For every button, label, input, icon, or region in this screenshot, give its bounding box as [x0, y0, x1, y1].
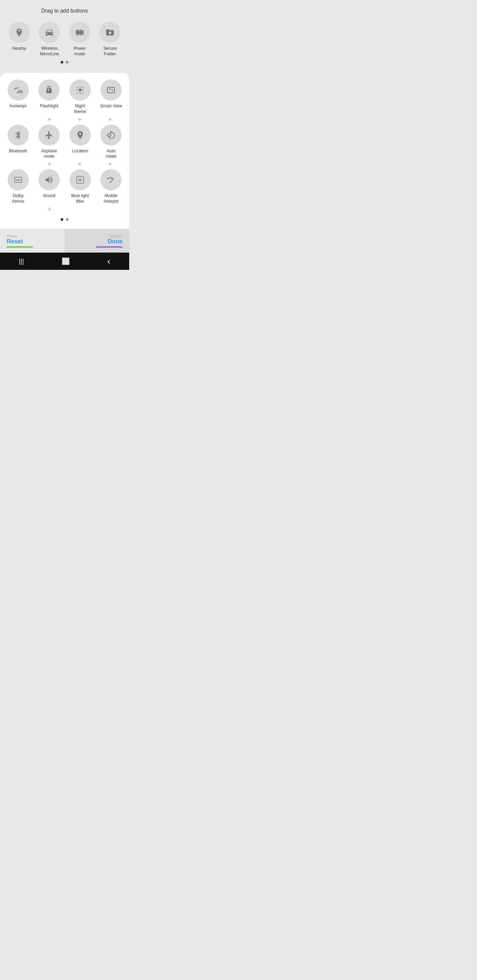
drag-header: Drag to add buttons: [0, 0, 129, 19]
dot-1: [61, 61, 63, 64]
bottom-dot-1: [61, 218, 63, 221]
smart-view-label: Smart View: [100, 103, 122, 109]
bottom-left: Phone Reset: [0, 229, 65, 253]
spacer-3: [9, 205, 30, 213]
mobile-hotspot-label: MobileHotspot: [104, 193, 119, 204]
right-app-label: Camera: [110, 234, 123, 238]
mirrorlink-label: WirelessMirrorLink: [40, 46, 59, 57]
svg-text:B: B: [79, 177, 81, 182]
bottom-section: homesys Flashlight Nighttheme: [0, 73, 129, 229]
plus-row-1: + + +: [4, 115, 125, 124]
btn-dolby[interactable]: DD DolbyAtmos: [8, 169, 29, 204]
car-icon: [45, 28, 54, 37]
bottom-page-dots: [4, 214, 125, 223]
bluetooth-icon-circle: [8, 124, 29, 146]
flashlight-icon: [45, 86, 54, 95]
btn-power-mode[interactable]: Powermode: [69, 22, 91, 57]
bottom-bar: Phone Reset Camera Done: [0, 229, 129, 253]
hotspot-icon: [106, 175, 116, 185]
top-page-dots: [5, 57, 124, 66]
top-section: Nearby WirelessMirrorLink Powermode: [0, 19, 129, 73]
plus-1c[interactable]: +: [99, 116, 121, 123]
plus-row-2: + + +: [4, 159, 125, 169]
airplane-icon-circle: [38, 124, 60, 146]
night-icon-circle: [70, 80, 91, 101]
btn-blue-light[interactable]: B Blue lightfilter: [70, 169, 91, 204]
btn-night-theme[interactable]: Nighttheme: [70, 80, 91, 115]
airplane-mode-label: Airplanemode: [41, 148, 57, 159]
sound-label: Sound: [43, 193, 55, 199]
plus-2b[interactable]: +: [69, 161, 91, 168]
location-icon: [75, 130, 85, 140]
hotspot-icon-circle: [101, 169, 121, 190]
spacer-2: [9, 161, 30, 168]
battery-icon: [75, 28, 85, 37]
nearby-icon-circle: [9, 22, 30, 43]
rotate-icon: [106, 130, 116, 140]
row2-grid: Bluetooth Airplanemode Location: [4, 124, 125, 159]
nearby-icon: [14, 28, 24, 37]
bottom-right: Camera Done: [65, 229, 129, 253]
plus-row-3: +: [4, 204, 125, 214]
power-icon-circle: [69, 22, 91, 43]
btn-sound[interactable]: Sound: [38, 169, 60, 204]
dolby-icon-circle: DD: [8, 169, 29, 190]
plus-2c[interactable]: +: [99, 161, 121, 168]
btn-smart-view[interactable]: Smart View: [100, 80, 122, 115]
dolby-icon: DD: [14, 175, 23, 185]
svg-point-1: [20, 92, 22, 94]
btn-homesys[interactable]: homesys: [8, 80, 29, 115]
plus-1b[interactable]: +: [69, 116, 91, 123]
camera-indicator: [96, 246, 123, 248]
btn-nearby[interactable]: Nearby: [9, 22, 30, 57]
secure-icon-circle: [99, 22, 121, 43]
mirrorlink-icon-circle: [39, 22, 60, 43]
secure-folder-label: SecureFolder: [103, 46, 117, 57]
svg-point-2: [78, 88, 81, 91]
row3-grid: DD DolbyAtmos Sound B Blue lightfilter: [4, 169, 125, 204]
wifi-home-icon: [14, 86, 23, 95]
blue-light-label: Blue lightfilter: [71, 193, 89, 204]
btn-flashlight[interactable]: Flashlight: [38, 80, 60, 115]
spacer-3b: [69, 205, 91, 213]
homesys-icon-circle: [8, 80, 29, 101]
btn-bluetooth[interactable]: Bluetooth: [8, 124, 29, 159]
location-label: Location: [72, 148, 88, 154]
folder-lock-icon: [105, 28, 115, 37]
bluetooth-icon: [14, 130, 23, 140]
sound-icon-circle: [38, 169, 60, 190]
btn-secure-folder[interactable]: SecureFolder: [99, 22, 121, 57]
home-icon[interactable]: ⬜: [62, 257, 70, 265]
auto-rotate-label: Autorotate: [106, 148, 116, 159]
plus-2a[interactable]: +: [39, 161, 60, 168]
spacer-1: [9, 116, 30, 123]
blue-light-icon-circle: B: [70, 169, 91, 190]
smart-view-icon: [106, 86, 116, 95]
location-icon-circle: [70, 124, 91, 146]
nav-bar: ||| ⬜ ‹: [0, 253, 129, 270]
smart-view-icon-circle: [101, 80, 121, 101]
homesys-label: homesys: [10, 103, 27, 109]
rotate-icon-circle: [101, 124, 121, 146]
flashlight-label: Flashlight: [40, 103, 58, 109]
btn-airplane[interactable]: Airplanemode: [38, 124, 60, 159]
done-button[interactable]: Done: [108, 238, 123, 245]
reset-button[interactable]: Reset: [6, 238, 23, 245]
bottom-dot-2: [66, 218, 69, 221]
back-icon[interactable]: ‹: [107, 256, 110, 267]
sound-icon: [45, 175, 54, 185]
btn-auto-rotate[interactable]: Autorotate: [101, 124, 121, 159]
btn-mirrorlink[interactable]: WirelessMirrorLink: [39, 22, 60, 57]
nearby-label: Nearby: [12, 46, 26, 51]
phone-indicator: [6, 246, 33, 248]
plus-3a[interactable]: +: [39, 205, 60, 213]
left-app-label: Phone: [6, 234, 17, 238]
plus-1a[interactable]: +: [39, 116, 60, 123]
brightness-icon: [75, 86, 85, 95]
row1-grid: homesys Flashlight Nighttheme: [4, 80, 125, 115]
recent-apps-icon[interactable]: |||: [19, 258, 24, 265]
btn-location[interactable]: Location: [70, 124, 91, 159]
dot-2: [66, 61, 69, 64]
dolby-label: DolbyAtmos: [12, 193, 24, 204]
btn-hotspot[interactable]: MobileHotspot: [101, 169, 121, 204]
